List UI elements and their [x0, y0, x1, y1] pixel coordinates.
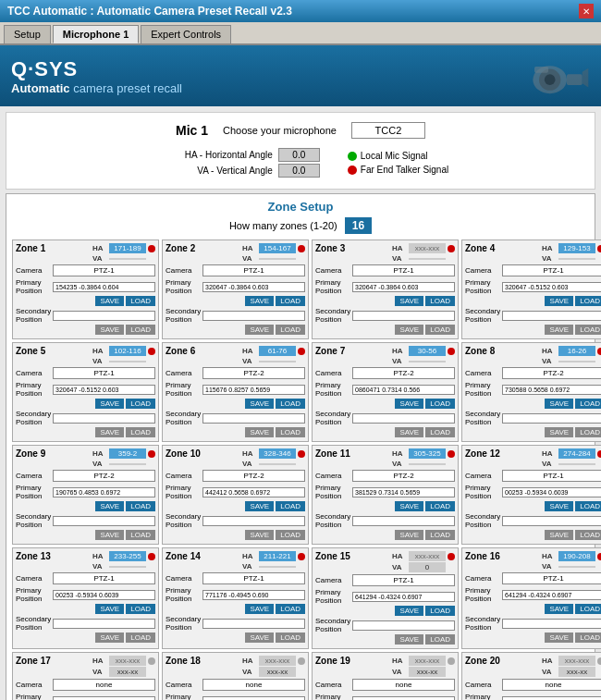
save-btn-secondary-15[interactable]: SAVE	[395, 634, 423, 645]
camera-input-12[interactable]	[502, 470, 601, 482]
save-btn-primary-13[interactable]: SAVE	[95, 604, 124, 614]
load-btn-primary-6[interactable]: LOAD	[276, 399, 305, 409]
primary-input-19[interactable]	[352, 696, 455, 701]
load-btn-primary-15[interactable]: LOAD	[425, 606, 455, 616]
save-btn-secondary-10[interactable]: SAVE	[245, 530, 274, 540]
load-btn-secondary-16[interactable]: LOAD	[575, 632, 601, 643]
save-btn-primary-5[interactable]: SAVE	[95, 399, 124, 409]
secondary-input-4[interactable]	[502, 311, 601, 321]
save-btn-primary-11[interactable]: SAVE	[395, 501, 423, 511]
save-btn-primary-1[interactable]: SAVE	[95, 296, 124, 306]
save-btn-primary-16[interactable]: SAVE	[545, 604, 573, 614]
primary-input-13[interactable]	[53, 590, 155, 600]
ha-value-input[interactable]	[278, 148, 320, 162]
secondary-input-14[interactable]	[202, 619, 305, 629]
load-btn-secondary-6[interactable]: LOAD	[276, 427, 305, 437]
save-btn-secondary-7[interactable]: SAVE	[395, 427, 423, 437]
secondary-input-10[interactable]	[202, 516, 305, 526]
load-btn-primary-1[interactable]: LOAD	[126, 296, 155, 306]
save-btn-primary-8[interactable]: SAVE	[545, 399, 573, 409]
save-btn-secondary-13[interactable]: SAVE	[95, 632, 124, 643]
primary-input-12[interactable]	[502, 487, 601, 497]
secondary-input-3[interactable]	[352, 311, 455, 321]
load-btn-secondary-2[interactable]: LOAD	[276, 325, 305, 335]
save-btn-secondary-6[interactable]: SAVE	[245, 427, 274, 437]
secondary-input-13[interactable]	[53, 619, 155, 629]
primary-input-1[interactable]	[53, 282, 155, 292]
primary-input-5[interactable]	[53, 385, 155, 395]
save-btn-primary-3[interactable]: SAVE	[395, 296, 423, 306]
load-btn-secondary-14[interactable]: LOAD	[276, 632, 305, 643]
secondary-input-15[interactable]	[352, 620, 455, 631]
secondary-input-8[interactable]	[502, 413, 601, 424]
camera-input-6[interactable]	[202, 367, 305, 379]
load-btn-secondary-1[interactable]: LOAD	[126, 325, 155, 335]
load-btn-secondary-3[interactable]: LOAD	[425, 325, 455, 335]
primary-input-18[interactable]	[202, 696, 305, 701]
load-btn-primary-13[interactable]: LOAD	[126, 604, 155, 614]
secondary-input-5[interactable]	[53, 413, 155, 424]
camera-input-17[interactable]	[53, 679, 155, 691]
load-btn-secondary-15[interactable]: LOAD	[425, 634, 455, 645]
load-btn-secondary-10[interactable]: LOAD	[276, 530, 305, 540]
save-btn-secondary-9[interactable]: SAVE	[95, 530, 124, 540]
save-btn-secondary-1[interactable]: SAVE	[95, 325, 124, 335]
load-btn-secondary-12[interactable]: LOAD	[575, 530, 601, 540]
primary-input-3[interactable]	[352, 282, 455, 292]
secondary-input-2[interactable]	[202, 311, 305, 321]
primary-input-6[interactable]	[202, 385, 305, 395]
save-btn-primary-15[interactable]: SAVE	[395, 606, 423, 616]
camera-input-13[interactable]	[53, 572, 155, 584]
camera-input-8[interactable]	[502, 367, 601, 379]
save-btn-secondary-12[interactable]: SAVE	[545, 530, 573, 540]
secondary-input-16[interactable]	[502, 619, 601, 629]
secondary-input-12[interactable]	[502, 516, 601, 526]
primary-input-17[interactable]	[53, 696, 155, 701]
camera-input-4[interactable]	[502, 264, 601, 276]
load-btn-primary-4[interactable]: LOAD	[575, 296, 601, 306]
load-btn-primary-2[interactable]: LOAD	[276, 296, 305, 306]
load-btn-primary-14[interactable]: LOAD	[276, 604, 305, 614]
save-btn-secondary-4[interactable]: SAVE	[545, 325, 573, 335]
camera-input-3[interactable]	[352, 264, 455, 276]
load-btn-secondary-7[interactable]: LOAD	[425, 427, 455, 437]
save-btn-secondary-2[interactable]: SAVE	[245, 325, 274, 335]
load-btn-primary-10[interactable]: LOAD	[276, 501, 305, 511]
secondary-input-11[interactable]	[352, 516, 455, 526]
save-btn-secondary-11[interactable]: SAVE	[395, 530, 423, 540]
camera-input-14[interactable]	[202, 572, 305, 584]
load-btn-secondary-4[interactable]: LOAD	[575, 325, 601, 335]
secondary-input-6[interactable]	[202, 413, 305, 424]
save-btn-secondary-5[interactable]: SAVE	[95, 427, 124, 437]
save-btn-primary-10[interactable]: SAVE	[245, 501, 274, 511]
tab-expert[interactable]: Expert Controls	[141, 25, 231, 43]
save-btn-secondary-3[interactable]: SAVE	[395, 325, 423, 335]
load-btn-primary-9[interactable]: LOAD	[126, 501, 155, 511]
tab-setup[interactable]: Setup	[4, 25, 51, 43]
load-btn-secondary-8[interactable]: LOAD	[575, 427, 601, 437]
load-btn-primary-8[interactable]: LOAD	[575, 399, 601, 409]
primary-input-10[interactable]	[202, 487, 305, 497]
save-btn-primary-12[interactable]: SAVE	[545, 501, 573, 511]
load-btn-primary-16[interactable]: LOAD	[575, 604, 601, 614]
load-btn-primary-5[interactable]: LOAD	[126, 399, 155, 409]
load-btn-primary-11[interactable]: LOAD	[425, 501, 455, 511]
camera-input-5[interactable]	[53, 367, 155, 379]
save-btn-primary-4[interactable]: SAVE	[545, 296, 573, 306]
primary-input-7[interactable]	[352, 385, 455, 395]
camera-input-15[interactable]	[352, 574, 455, 586]
primary-input-9[interactable]	[53, 487, 155, 497]
load-btn-secondary-9[interactable]: LOAD	[126, 530, 155, 540]
camera-input-10[interactable]	[202, 470, 305, 482]
camera-input-16[interactable]	[502, 572, 601, 584]
camera-input-18[interactable]	[202, 679, 305, 691]
camera-input-9[interactable]	[53, 470, 155, 482]
camera-input-20[interactable]	[502, 679, 601, 691]
secondary-input-7[interactable]	[352, 413, 455, 424]
save-btn-primary-14[interactable]: SAVE	[245, 604, 274, 614]
load-btn-secondary-11[interactable]: LOAD	[425, 530, 455, 540]
camera-input-1[interactable]	[53, 264, 155, 276]
camera-input-19[interactable]	[352, 679, 455, 691]
camera-input-7[interactable]	[352, 367, 455, 379]
secondary-input-9[interactable]	[53, 516, 155, 526]
